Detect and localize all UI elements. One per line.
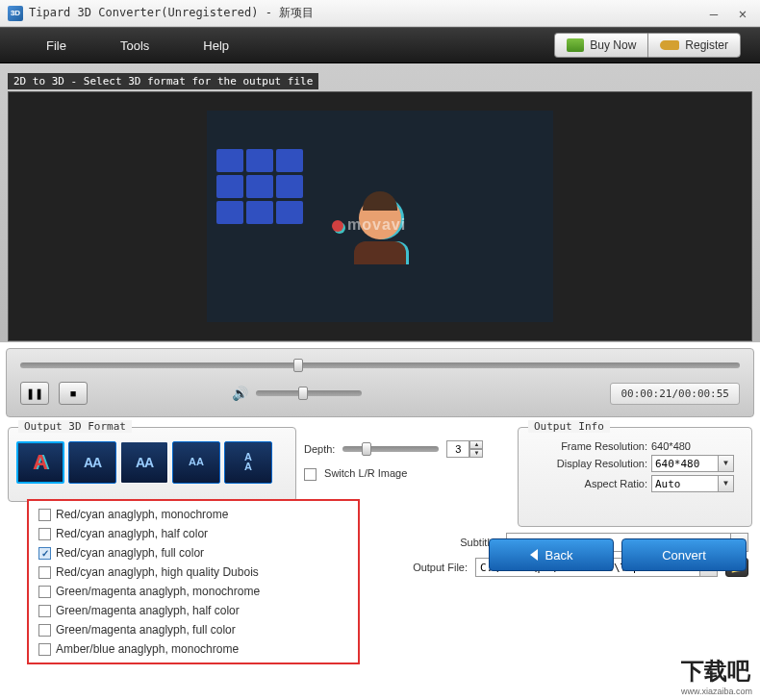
anaglyph-option[interactable]: Amber/blue anaglyph, monochrome xyxy=(29,639,358,659)
depth-input[interactable] xyxy=(446,440,469,458)
aspect-ratio-select[interactable] xyxy=(651,475,719,492)
register-label: Register xyxy=(685,38,728,52)
menu-help[interactable]: Help xyxy=(176,38,256,53)
checkbox-icon[interactable] xyxy=(38,605,51,617)
anaglyph-option-label: Red/cyan anaglyph, half color xyxy=(56,527,208,540)
key-icon xyxy=(660,40,679,50)
menu-tools[interactable]: Tools xyxy=(93,38,176,53)
anaglyph-option-label: Green/magenta anaglyph, half color xyxy=(56,604,240,617)
preview-box: movavi xyxy=(8,91,752,341)
cart-icon xyxy=(567,38,584,52)
anaglyph-option[interactable]: Green/magenta anaglyph, half color xyxy=(29,601,358,620)
anaglyph-option[interactable]: Red/cyan anaglyph, full color xyxy=(29,543,358,562)
frame-res-label: Frame Resolution: xyxy=(526,440,651,452)
title-bar: 3D Tipard 3D Converter(Unregistered) - 新… xyxy=(0,0,760,27)
switch-lr-label: Switch L/R Image xyxy=(324,467,407,479)
buy-now-label: Buy Now xyxy=(590,38,636,52)
aspect-ratio-dropdown[interactable]: ▼ xyxy=(719,475,734,492)
depth-slider[interactable] xyxy=(342,446,439,452)
preview-watermark: movavi xyxy=(332,216,406,234)
preview-area: 2D to 3D - Select 3D format for the outp… xyxy=(0,63,760,342)
output-3d-format-group: Output 3D Format A AA AA AA AA xyxy=(8,427,296,502)
output-3d-format-title: Output 3D Format xyxy=(18,420,132,433)
volume-icon[interactable]: 🔊 xyxy=(232,386,248,401)
display-res-label: Display Resolution: xyxy=(526,458,651,469)
checkbox-icon[interactable] xyxy=(38,586,51,598)
anaglyph-option[interactable]: Green/magenta anaglyph, monochrome xyxy=(29,582,358,601)
anaglyph-option-label: Amber/blue anaglyph, monochrome xyxy=(56,642,239,656)
depth-down[interactable]: ▼ xyxy=(469,449,483,458)
depth-up[interactable]: ▲ xyxy=(469,440,483,449)
close-button[interactable]: ✕ xyxy=(733,6,752,21)
switch-lr-checkbox[interactable] xyxy=(304,468,317,481)
anaglyph-option[interactable]: Red/cyan anaglyph, half color xyxy=(29,524,358,543)
output-info-group: Output Info Frame Resolution: 640*480 Di… xyxy=(518,427,752,527)
minimize-button[interactable]: — xyxy=(704,6,723,21)
checkbox-icon[interactable] xyxy=(38,509,51,521)
anaglyph-option-label: Red/cyan anaglyph, high quality Dubois xyxy=(56,565,259,579)
anaglyph-dropdown-popup: Red/cyan anaglyph, monochromeRed/cyan an… xyxy=(27,499,360,664)
depth-thumb[interactable] xyxy=(362,442,371,456)
display-res-select[interactable] xyxy=(651,455,719,472)
checkbox-icon[interactable] xyxy=(38,643,51,656)
seek-thumb[interactable] xyxy=(293,359,303,372)
checkbox-icon[interactable] xyxy=(38,547,51,560)
back-button[interactable]: Back xyxy=(489,538,614,571)
output-file-label: Output File: xyxy=(413,562,468,573)
buy-now-button[interactable]: Buy Now xyxy=(554,33,647,58)
arrow-left-icon xyxy=(530,549,538,561)
convert-button[interactable]: Convert xyxy=(621,538,747,571)
anaglyph-option[interactable]: Green/magenta anaglyph, full color xyxy=(29,620,358,639)
pause-button[interactable]: ❚❚ xyxy=(20,382,49,405)
site-watermark-sub: www.xiazaiba.com xyxy=(681,687,752,696)
register-button[interactable]: Register xyxy=(647,33,741,58)
seek-slider[interactable] xyxy=(20,362,740,368)
preview-grid-decor xyxy=(216,149,303,224)
menu-bar: File Tools Help Buy Now Register xyxy=(0,27,760,63)
menu-file[interactable]: File xyxy=(19,38,93,53)
app-icon: 3D xyxy=(8,6,23,21)
preview-video: movavi xyxy=(207,111,553,322)
anaglyph-option[interactable]: Red/cyan anaglyph, high quality Dubois xyxy=(29,562,358,582)
output-info-title: Output Info xyxy=(528,420,610,433)
checkbox-icon[interactable] xyxy=(38,624,51,637)
site-watermark-main: 下载吧 xyxy=(681,658,750,684)
anaglyph-option-label: Green/magenta anaglyph, monochrome xyxy=(56,585,260,598)
window-title: Tipard 3D Converter(Unregistered) - 新项目 xyxy=(29,5,314,21)
format-anaglyph-button[interactable]: A xyxy=(16,441,64,484)
volume-slider[interactable] xyxy=(256,390,362,396)
aspect-ratio-label: Aspect Ratio: xyxy=(526,478,651,489)
depth-spinner[interactable]: ▲▼ xyxy=(446,440,483,458)
player-controls: ❚❚ ■ 🔊 00:00:21/00:00:55 xyxy=(6,348,754,417)
format-sbs-full-button[interactable]: AA xyxy=(120,441,168,484)
anaglyph-option-label: Green/magenta anaglyph, full color xyxy=(56,623,236,637)
volume-thumb[interactable] xyxy=(298,387,308,400)
checkbox-icon[interactable] xyxy=(38,528,51,540)
back-label: Back xyxy=(545,548,573,562)
display-res-dropdown[interactable]: ▼ xyxy=(719,455,734,472)
preview-mode-label: 2D to 3D - Select 3D format for the outp… xyxy=(8,73,318,89)
checkbox-icon[interactable] xyxy=(38,566,51,579)
format-tab-half-button[interactable]: AA xyxy=(172,441,220,484)
convert-label: Convert xyxy=(662,548,706,562)
format-sbs-half-button[interactable]: AA xyxy=(68,441,116,484)
site-watermark: 下载吧 www.xiazaiba.com xyxy=(681,656,752,696)
anaglyph-option-label: Red/cyan anaglyph, full color xyxy=(56,546,204,560)
format-tab-full-button[interactable]: AA xyxy=(224,441,272,484)
frame-res-value: 640*480 xyxy=(651,440,744,452)
depth-label: Depth: xyxy=(304,443,335,455)
stop-button[interactable]: ■ xyxy=(59,382,88,405)
time-display: 00:00:21/00:00:55 xyxy=(610,383,740,405)
anaglyph-option-label: Red/cyan anaglyph, monochrome xyxy=(56,508,228,521)
anaglyph-option[interactable]: Red/cyan anaglyph, monochrome xyxy=(29,505,358,524)
